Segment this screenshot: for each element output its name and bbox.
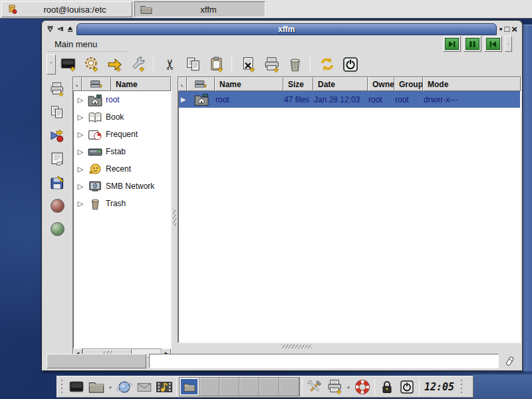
background-window-edge[interactable]: [523, 25, 532, 371]
maximize-icon[interactable]: □: [504, 25, 509, 34]
column-mode[interactable]: Mode: [423, 77, 521, 91]
side-save-button[interactable]: [47, 174, 68, 191]
list-header-icon-cell[interactable]: [187, 77, 215, 91]
clock[interactable]: 12:05: [422, 381, 457, 393]
file-row-root[interactable]: ▶ root 47 files Jan 28 12:03 root root d…: [179, 91, 520, 108]
window-title: xffm: [278, 25, 295, 34]
background-window-corner[interactable]: [473, 374, 532, 399]
panel-print-button[interactable]: [325, 377, 344, 397]
pager-cell-active[interactable]: [180, 378, 200, 396]
desktop: root@louisa:/etc xffm xffm ▪ □ ×: [0, 0, 532, 399]
side-copy-button[interactable]: [47, 104, 68, 121]
expander-icon[interactable]: ▷: [76, 96, 84, 104]
pager-cell[interactable]: [259, 378, 279, 396]
trash-icon: [287, 56, 304, 73]
pause-button[interactable]: [464, 36, 481, 52]
paste-button[interactable]: [206, 55, 227, 74]
bottom-panel: ▴ ▴ 12:05: [57, 376, 473, 398]
expander-icon[interactable]: ▷: [76, 148, 84, 156]
tree-header-name[interactable]: Name: [111, 77, 171, 91]
pager-cell[interactable]: [279, 378, 299, 396]
cut-button[interactable]: ✂: [160, 55, 181, 74]
list-header: ⸜ Name Size Date Owner Group Mode: [178, 77, 521, 91]
tree-item-smb-network[interactable]: ▷ SMB Network: [74, 178, 170, 195]
popup-arrow-icon[interactable]: ▴: [106, 384, 114, 390]
list-header-corner[interactable]: ⸜: [178, 77, 187, 91]
taskbar-item-xffm[interactable]: xffm: [134, 1, 265, 17]
print-button[interactable]: [261, 55, 283, 74]
panel-browser-button[interactable]: [114, 377, 134, 397]
panel-separator: [302, 378, 303, 396]
panel-mail-button[interactable]: [134, 377, 154, 397]
column-name[interactable]: Name: [215, 77, 283, 91]
side-sphere-green-button[interactable]: [47, 220, 68, 237]
column-date[interactable]: Date: [313, 77, 368, 91]
panel-lock-button[interactable]: [377, 377, 397, 397]
tree-item-root[interactable]: ▷ root: [74, 91, 170, 108]
shade-icon[interactable]: [66, 25, 74, 34]
panel-media-button[interactable]: [154, 377, 174, 397]
side-sphere-red-button[interactable]: [47, 197, 68, 214]
output-pane-grip[interactable]: [281, 344, 312, 348]
media-more-button[interactable]: ·: [505, 36, 512, 52]
trash-button[interactable]: [285, 55, 306, 74]
panel-terminal-button[interactable]: [66, 377, 86, 397]
side-print-button[interactable]: [47, 80, 68, 98]
side-select-button[interactable]: [47, 150, 68, 168]
settings-button[interactable]: [81, 55, 102, 74]
clear-button[interactable]: [501, 353, 517, 369]
workspace-pager: [179, 377, 300, 396]
column-owner[interactable]: Owner: [368, 77, 394, 91]
home-folder-icon: [194, 93, 209, 106]
minimize-icon[interactable]: ▪: [499, 25, 503, 34]
pager-cell[interactable]: [239, 378, 259, 396]
power-button[interactable]: [340, 55, 361, 74]
tree-header-corner[interactable]: ⸜: [73, 77, 82, 91]
titlebar-drag-area[interactable]: xffm: [76, 23, 497, 35]
tree-header-icon-cell[interactable]: [82, 77, 111, 91]
panel-splitter[interactable]: [172, 76, 177, 358]
pager-cell[interactable]: [219, 378, 239, 396]
eraser-icon: [503, 355, 516, 368]
panel-tools-button[interactable]: [305, 377, 325, 397]
expander-icon[interactable]: ▷: [76, 113, 84, 122]
panel-separator: [176, 378, 177, 396]
expander-icon[interactable]: ▷: [76, 165, 84, 174]
terminal-button[interactable]: [58, 55, 79, 74]
panel-handle[interactable]: [59, 378, 65, 396]
tree-item-frequent[interactable]: ▷ Frequent: [74, 126, 170, 143]
close-icon[interactable]: ×: [511, 25, 517, 34]
panel-handle[interactable]: [459, 378, 464, 396]
toolbar-collapse-button[interactable]: ˇ: [47, 55, 56, 74]
goto-button[interactable]: [104, 55, 126, 74]
skip-forward-button[interactable]: [443, 36, 461, 52]
tree-item-trash[interactable]: ▷ Trash: [74, 195, 170, 212]
copy-button[interactable]: [183, 55, 204, 74]
expander-icon[interactable]: ▷: [76, 182, 84, 191]
tree-item-fstab[interactable]: ▷ Fstab: [74, 143, 170, 160]
column-size[interactable]: Size: [283, 77, 313, 91]
expander-icon[interactable]: ▷: [76, 200, 84, 208]
popup-arrow-icon[interactable]: ▴: [344, 384, 352, 390]
main-menu-button[interactable]: Main menu: [49, 37, 102, 52]
column-group[interactable]: Group: [394, 77, 423, 91]
tree-item-recent[interactable]: ▷ Recent: [74, 160, 170, 178]
titlebar[interactable]: xffm ▪ □ ×: [44, 23, 520, 35]
command-input[interactable]: [149, 354, 499, 368]
side-run-button[interactable]: [47, 127, 68, 144]
panel-help-button[interactable]: [352, 377, 372, 397]
panel-files-button[interactable]: [86, 377, 106, 397]
tree-item-book[interactable]: ▷ Book: [74, 108, 170, 126]
drive-icon: [90, 79, 103, 89]
skip-back-button[interactable]: [484, 36, 502, 52]
expander-filled-icon[interactable]: ▶: [179, 96, 188, 103]
taskbar-item-terminal[interactable]: root@louisa:/etc: [1, 1, 132, 17]
pager-cell[interactable]: [200, 378, 219, 396]
refresh-button[interactable]: [317, 55, 338, 74]
stick-icon[interactable]: [56, 25, 65, 34]
document-tool-button[interactable]: [238, 55, 259, 74]
window-menu-icon[interactable]: [46, 25, 55, 34]
panel-power-button[interactable]: [397, 377, 417, 397]
expander-icon[interactable]: ▷: [76, 130, 84, 139]
tools-button[interactable]: [128, 55, 149, 74]
